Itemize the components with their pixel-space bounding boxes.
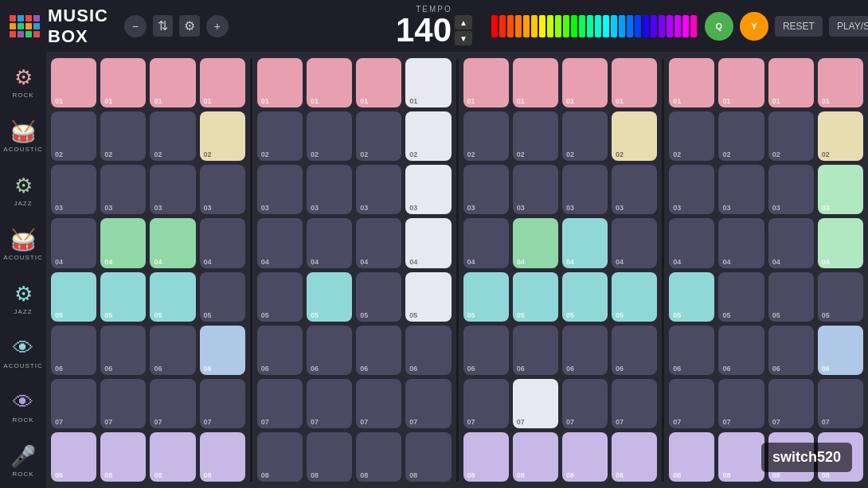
sidebar-item-jazz-2[interactable]: ⚙JAZZ <box>0 163 46 217</box>
pad[interactable]: 05 <box>718 272 764 322</box>
tempo-up-button[interactable]: ▲ <box>455 15 472 29</box>
pad[interactable]: 05 <box>669 272 714 322</box>
pad[interactable]: 02 <box>612 111 657 161</box>
pad[interactable]: 07 <box>562 379 608 428</box>
pad[interactable]: 05 <box>51 272 96 322</box>
pad[interactable]: 03 <box>405 165 451 214</box>
reset-button[interactable]: RESET <box>775 16 823 37</box>
pad[interactable]: 01 <box>718 58 764 107</box>
pad[interactable]: 05 <box>562 272 608 322</box>
pad[interactable]: 04 <box>200 218 245 267</box>
pad[interactable]: 04 <box>612 218 657 267</box>
pad[interactable]: 06 <box>718 326 764 375</box>
pad[interactable]: 02 <box>562 111 608 161</box>
pad[interactable]: 01 <box>562 58 608 107</box>
pad[interactable]: 03 <box>307 165 352 214</box>
pad[interactable]: 07 <box>818 379 863 428</box>
pad[interactable]: 03 <box>200 165 245 214</box>
minus-button[interactable]: − <box>124 15 147 37</box>
pad[interactable]: 08 <box>818 432 863 482</box>
pad[interactable]: 04 <box>405 218 451 267</box>
pad[interactable]: 02 <box>200 111 245 161</box>
pad[interactable]: 08 <box>356 432 401 482</box>
pad[interactable]: 08 <box>669 432 714 482</box>
pad[interactable]: 08 <box>51 432 96 482</box>
pad[interactable]: 01 <box>150 58 195 107</box>
pad[interactable]: 07 <box>513 379 558 428</box>
pad[interactable]: 01 <box>356 58 401 107</box>
pad[interactable]: 01 <box>51 58 96 107</box>
pad[interactable]: 05 <box>200 272 245 322</box>
sidebar-item-rock-7[interactable]: 🎤ROCK <box>0 434 46 488</box>
pad[interactable]: 05 <box>463 272 509 322</box>
pad[interactable]: 02 <box>100 111 146 161</box>
pad[interactable]: 07 <box>612 379 657 428</box>
pad[interactable]: 02 <box>307 111 352 161</box>
playstop-button[interactable]: PLAY/STOP <box>829 16 868 37</box>
pad[interactable]: 06 <box>257 326 303 375</box>
pad[interactable]: 06 <box>356 326 401 375</box>
pad[interactable]: 02 <box>356 111 401 161</box>
pad[interactable]: 05 <box>513 272 558 322</box>
pad[interactable]: 01 <box>100 58 146 107</box>
pad[interactable]: 03 <box>513 165 558 214</box>
pad[interactable]: 02 <box>150 111 195 161</box>
pad[interactable]: 08 <box>100 432 146 482</box>
pad[interactable]: 01 <box>669 58 714 107</box>
pad[interactable]: 08 <box>257 432 303 482</box>
pad[interactable]: 01 <box>768 58 814 107</box>
pad[interactable]: 03 <box>768 165 814 214</box>
sidebar-item-acoustic-1[interactable]: 🥁ACOUSTIC <box>0 109 46 163</box>
pad[interactable]: 03 <box>356 165 401 214</box>
pad[interactable]: 07 <box>768 379 814 428</box>
pad[interactable]: 07 <box>669 379 714 428</box>
pad[interactable]: 06 <box>768 326 814 375</box>
pad[interactable]: 04 <box>257 218 303 267</box>
pad[interactable]: 06 <box>818 326 863 375</box>
pad[interactable]: 04 <box>718 218 764 267</box>
pad[interactable]: 08 <box>200 432 245 482</box>
pad[interactable]: 04 <box>356 218 401 267</box>
pad[interactable]: 08 <box>405 432 451 482</box>
pad[interactable]: 08 <box>150 432 195 482</box>
pad[interactable]: 02 <box>513 111 558 161</box>
sidebar-item-jazz-4[interactable]: ⚙JAZZ <box>0 271 46 326</box>
plus-button[interactable]: + <box>206 15 229 37</box>
pad[interactable]: 07 <box>356 379 401 428</box>
pad[interactable]: 02 <box>669 111 714 161</box>
pad[interactable]: 03 <box>51 165 96 214</box>
q-button[interactable]: Q <box>705 12 733 41</box>
pad[interactable]: 06 <box>100 326 146 375</box>
pad[interactable]: 03 <box>562 165 608 214</box>
pad[interactable]: 08 <box>718 432 764 482</box>
pad[interactable]: 02 <box>768 111 814 161</box>
pad[interactable]: 02 <box>818 111 863 161</box>
tempo-down-button[interactable]: ▼ <box>455 31 472 45</box>
pad[interactable]: 08 <box>612 432 657 482</box>
pad[interactable]: 07 <box>100 379 146 428</box>
pad[interactable]: 07 <box>257 379 303 428</box>
pad[interactable]: 07 <box>200 379 245 428</box>
pad[interactable]: 03 <box>100 165 146 214</box>
pad[interactable]: 08 <box>307 432 352 482</box>
pad[interactable]: 06 <box>307 326 352 375</box>
pad[interactable]: 05 <box>307 272 352 322</box>
pad[interactable]: 03 <box>257 165 303 214</box>
pad[interactable]: 05 <box>100 272 146 322</box>
pad[interactable]: 07 <box>718 379 764 428</box>
pad[interactable]: 07 <box>463 379 509 428</box>
pad[interactable]: 03 <box>818 165 863 214</box>
pad[interactable]: 05 <box>257 272 303 322</box>
pad[interactable]: 02 <box>257 111 303 161</box>
y-button[interactable]: Y <box>740 12 768 41</box>
pad[interactable]: 04 <box>463 218 509 267</box>
pad[interactable]: 06 <box>513 326 558 375</box>
pad[interactable]: 02 <box>718 111 764 161</box>
pad[interactable]: 08 <box>463 432 509 482</box>
pad[interactable]: 06 <box>150 326 195 375</box>
pad[interactable]: 06 <box>562 326 608 375</box>
pad[interactable]: 04 <box>818 218 863 267</box>
pad[interactable]: 05 <box>150 272 195 322</box>
pad[interactable]: 03 <box>463 165 509 214</box>
pad[interactable]: 05 <box>405 272 451 322</box>
